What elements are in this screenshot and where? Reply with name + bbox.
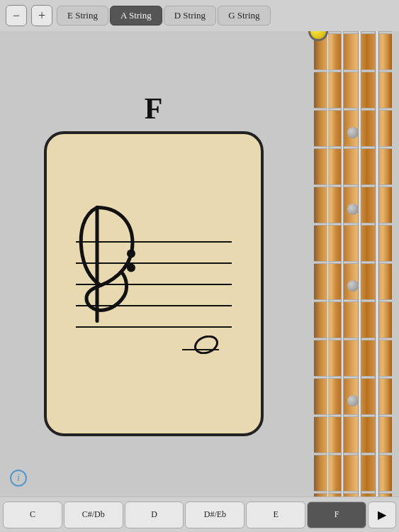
staff-line-5	[76, 326, 232, 328]
top-bar: − + E String A String D String G String	[0, 0, 399, 31]
staff-line-1	[76, 241, 232, 243]
zoom-in-button[interactable]: +	[31, 5, 52, 26]
note-f-button[interactable]: F	[307, 501, 366, 528]
whole-note	[193, 336, 219, 358]
string-tabs: E String A String D String G String	[57, 6, 272, 26]
fret-wire-5	[314, 223, 392, 226]
fret-wire-3	[314, 146, 392, 149]
fret-wire-11	[314, 453, 392, 455]
tab-a-string[interactable]: A String	[110, 6, 162, 26]
fret-marker-5	[347, 204, 359, 215]
staff-lines	[76, 241, 232, 328]
staff-line-2	[76, 262, 232, 264]
note-csharp-button[interactable]: C#/Db	[64, 501, 123, 528]
music-area: F	[0, 31, 307, 497]
play-button[interactable]: ▶	[368, 501, 396, 528]
fret-marker-10	[347, 395, 359, 406]
fret-wire-7	[314, 299, 392, 302]
fret-wire-8	[314, 338, 392, 340]
note-dsharp-button[interactable]: D#/Eb	[185, 501, 245, 528]
guitar-string-4	[375, 31, 379, 497]
fret-marker-3	[347, 127, 359, 138]
fret-wire-10	[314, 414, 392, 417]
staff-line-4	[76, 305, 232, 306]
tab-g-string[interactable]: G String	[218, 6, 270, 26]
note-c-button[interactable]: C	[3, 501, 62, 528]
guitar-string-2	[341, 31, 344, 497]
guitar-string-3	[358, 31, 361, 497]
tab-e-string[interactable]: E String	[57, 6, 108, 26]
note-e-button[interactable]: E	[246, 501, 305, 528]
fret-wire-9	[314, 376, 392, 379]
zoom-out-button[interactable]: −	[6, 5, 27, 26]
note-label: F	[145, 92, 163, 126]
staff-line-3	[76, 284, 232, 285]
fret-wire-4	[314, 184, 392, 187]
info-icon-button[interactable]: i	[10, 470, 27, 487]
active-note-dot	[308, 31, 328, 41]
fret-wire-2	[314, 108, 392, 111]
svg-point-2	[193, 336, 219, 354]
tab-d-string[interactable]: D String	[164, 6, 216, 26]
staff-container	[62, 149, 246, 419]
note-d-button[interactable]: D	[125, 501, 184, 528]
bottom-bar: C C#/Db D D#/Eb E F ▶	[0, 497, 399, 532]
fret-wire-12	[314, 491, 392, 494]
music-card	[44, 131, 264, 436]
guitar-string-1	[327, 31, 329, 497]
fret-marker-7	[347, 280, 359, 292]
fretboard-area	[307, 31, 399, 497]
fret-wire-6	[314, 261, 392, 264]
fretboard	[314, 31, 392, 497]
fret-wire-1	[314, 70, 392, 72]
main-content: F	[0, 31, 399, 497]
